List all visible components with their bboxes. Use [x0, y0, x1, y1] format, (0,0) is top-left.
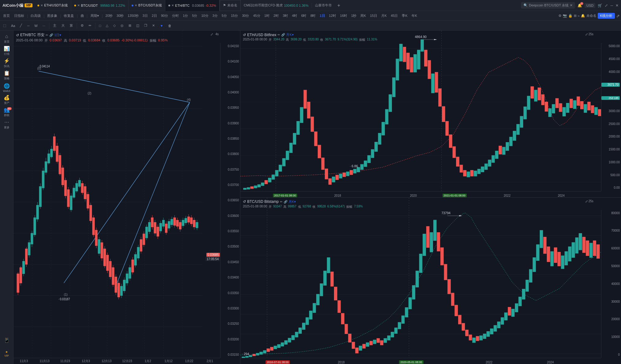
tb2-replay[interactable]: 收复盘 [62, 13, 76, 19]
tb2-lock-icon[interactable]: 🔒 [568, 14, 573, 18]
tb2-screenshot-icon[interactable]: 📷 [563, 14, 567, 18]
cart-icon[interactable]: 🛒 [598, 3, 602, 8]
tb2-3m[interactable]: 3分 [211, 13, 220, 19]
tb2-5m[interactable]: 5分 [190, 13, 199, 19]
tb2-16h[interactable]: 16时 [338, 13, 349, 19]
tb2-1h[interactable]: 1时 [263, 13, 271, 19]
tb2-1s[interactable]: 1秒 [349, 13, 358, 19]
draw-hline[interactable]: ─ [25, 23, 31, 28]
tb2-2h[interactable]: 2时 [272, 13, 281, 19]
draw-pencil[interactable]: ✏ [87, 23, 93, 28]
rt-expand-icon[interactable]: ⤢ [585, 32, 588, 36]
draw-more[interactable]: ··· [41, 23, 47, 28]
sidebar-item-community[interactable]: 👥 65 群联 [1, 107, 12, 118]
sidebar-item-vip[interactable]: ★ VIP [1, 348, 12, 359]
tb2-multiscreen[interactable]: 图多象 [45, 13, 59, 19]
tb2-compare-icon[interactable]: ≈ [578, 14, 580, 18]
chart-timeframe[interactable]: 1日▾ [54, 33, 61, 37]
draw-cursor[interactable]: ⬚ [1, 23, 8, 28]
draw-text[interactable]: Aa [9, 23, 17, 28]
tb2-6h[interactable]: 6时 [299, 13, 308, 19]
draw-ellipse[interactable]: ◇ [111, 23, 117, 28]
search-box[interactable]: 🔍 Deepcoin BTC/USDT 永续 ✕ [521, 2, 575, 9]
kline-analysis-button[interactable]: K线分析 [598, 13, 615, 19]
sidebar-item-strategy[interactable]: 📋 策略 [1, 70, 12, 81]
tb2-curve[interactable]: 曲 [79, 13, 86, 19]
draw-clone[interactable]: ❐ [142, 23, 149, 28]
tb2-45m[interactable]: 45分 [251, 13, 262, 19]
close-window-icon[interactable]: ✕ [615, 3, 619, 8]
tb2-yeark[interactable]: 年K [410, 13, 419, 19]
draw-large[interactable]: 大 [59, 23, 67, 28]
tab-eth-btc[interactable]: ✕ ETH/BTC 0.03685 -0.32% [165, 0, 220, 11]
tb2-indicators[interactable]: 日指标 [12, 13, 26, 19]
add-tab-button[interactable]: + [335, 3, 343, 8]
sidebar-item-tablet[interactable]: 📱 [1, 335, 12, 346]
tb2-45d[interactable]: 45日 [389, 13, 400, 19]
sidebar-item-market[interactable]: 📊 行情 [1, 45, 12, 56]
sidebar-item-more[interactable]: ⋯ 更多 [1, 119, 12, 130]
tb2-whitehigh[interactable]: 白高级 [29, 13, 43, 19]
expand-icon[interactable]: ⤢ [605, 3, 608, 8]
draw-calc[interactable]: 算 [68, 23, 75, 28]
draw-rect[interactable]: □ [97, 23, 103, 28]
tb2-seasonk[interactable]: 季K [400, 13, 409, 19]
tab-bull[interactable]: 山寨市牛市 [312, 3, 335, 8]
bell-icon[interactable]: 🔔2 [577, 3, 582, 8]
tb2-settings-icon[interactable]: ⚙ [558, 14, 562, 18]
draw-panel[interactable]: ◫ [134, 23, 141, 28]
chart-edit-icon[interactable]: ✏ [46, 33, 48, 37]
rb-reset-icon[interactable]: ↺ [243, 199, 246, 204]
panel-expand-icon[interactable]: ⤢ [210, 32, 213, 36]
tb2-1m[interactable]: 1分 [181, 13, 190, 19]
draw-triangle[interactable]: △ [104, 23, 110, 28]
rt-link-icon[interactable]: 🔗 [281, 33, 285, 36]
tb2-30m[interactable]: 30分 [240, 13, 251, 19]
tb2-30s[interactable]: 30秒 [115, 13, 125, 19]
tab-btc-usdt-yonghuan[interactable]: ✕ BTC/USDT永续 [128, 0, 165, 11]
sidebar-item-news[interactable]: ⚡ 快讯 [1, 58, 12, 69]
rb-timeframe[interactable]: 月K▾ [289, 199, 296, 204]
tb2-12h[interactable]: 12时 [327, 13, 338, 19]
tb2-1d[interactable]: 1日 [318, 13, 327, 19]
chart-link-icon[interactable]: 🔗 [49, 33, 53, 37]
draw-settings[interactable]: ⚙ [79, 23, 86, 28]
tb2-15d[interactable]: 15日 [368, 13, 379, 19]
rt-timeframe[interactable]: 月K▾ [286, 32, 293, 37]
rb-edit-icon[interactable]: ✏ [280, 200, 282, 203]
draw-line[interactable]: ╱ [18, 23, 24, 28]
tb2-3h[interactable]: 3时 [281, 13, 290, 19]
draw-delete-selected[interactable]: ✕ [150, 23, 157, 28]
tb2-period[interactable]: 周期▾ [89, 13, 101, 19]
tab-btc-usdt[interactable]: ✕ BTC/USDT 99560.98 1.22% [71, 0, 128, 11]
tb2-10m[interactable]: 10分 [199, 13, 210, 19]
tb2-8h[interactable]: 8时 [309, 13, 317, 19]
rt-reset-icon[interactable]: ↺ [243, 33, 246, 37]
tab-eth-usdt-yonghuan[interactable]: ✕ ETH/USDT永续 [34, 0, 71, 11]
tb2-90m[interactable]: 90分 [159, 13, 170, 19]
sidebar-item-home[interactable]: ⌂ 首页 [1, 33, 12, 44]
tb2-15m[interactable]: 15分 [229, 13, 240, 19]
draw-wave[interactable]: W [33, 23, 39, 28]
tb2-weekk[interactable]: 周K [358, 13, 368, 19]
currency-button[interactable]: USD [585, 3, 595, 8]
rb-expand-icon[interactable]: ⤢ [585, 199, 588, 203]
tb2-monthk[interactable]: 月K [379, 13, 389, 19]
chart-reset-icon[interactable]: ↺ [16, 33, 19, 37]
draw-circle[interactable]: ◎ [119, 23, 125, 28]
tb2-alert-icon[interactable]: 🔔 [581, 14, 585, 18]
tab-cme[interactable]: CME比特币期货CFD·雅虎 100450.0 1.36% [241, 3, 312, 8]
tb2-3d[interactable]: 3日 [141, 13, 150, 19]
tab-unnamed[interactable]: ⚑ 未命名 [220, 0, 241, 11]
rb-link-icon[interactable]: 🔗 [284, 200, 287, 203]
sidebar-item-web3[interactable]: 🌐 Web3 [1, 82, 12, 93]
tb2-5m2[interactable]: 5分 [220, 13, 229, 19]
rt-edit-icon[interactable]: ✏ [278, 33, 280, 36]
tb2-layout-icon[interactable]: ⊞ [574, 14, 577, 18]
home-button[interactable]: 首页 [1, 13, 12, 19]
tb2-1350s[interactable]: 1350秒 [126, 13, 140, 19]
minimize-icon[interactable]: ─ [610, 3, 613, 8]
draw-filter[interactable]: ▼ [158, 23, 165, 28]
draw-grid[interactable]: ⊞ [127, 23, 133, 28]
sidebar-item-assets[interactable]: 💰 资产 [1, 94, 12, 105]
